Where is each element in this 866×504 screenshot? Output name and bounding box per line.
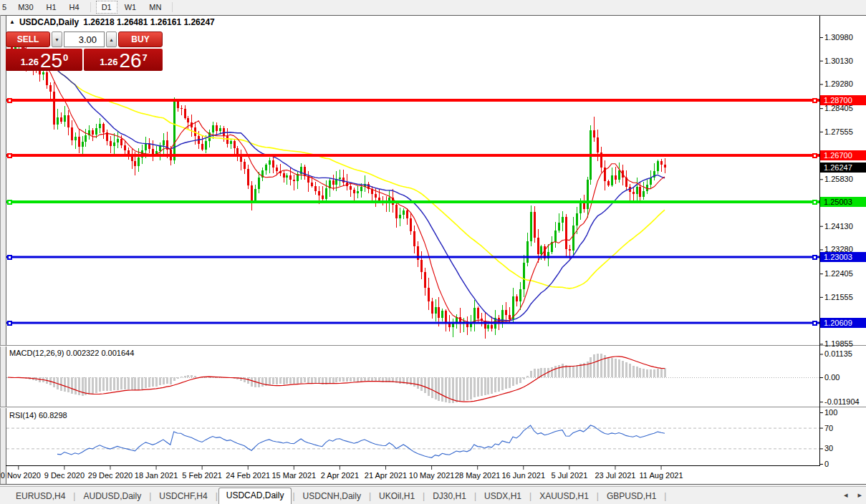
svg-text:5 Feb 2021: 5 Feb 2021 [182,471,222,480]
svg-text:1.26247: 1.26247 [824,163,852,172]
svg-text:11 Aug 2021: 11 Aug 2021 [640,471,683,480]
chart-tab-usdchf-h4[interactable]: USDCHF,H4 [152,488,214,504]
svg-text:1.28700: 1.28700 [824,96,852,105]
chart-tab-ukoil-h1[interactable]: UKOil,H1 [372,488,422,504]
svg-text:1.23003: 1.23003 [824,253,852,261]
collapse-triangle-icon[interactable]: ▲ [9,19,15,25]
sell-button[interactable]: SELL [6,32,50,47]
chart-tab-usdcad-daily[interactable]: USDCAD,Daily [218,488,292,504]
hline-1.26700[interactable] [6,154,819,157]
svg-text:18 Jan 2021: 18 Jan 2021 [135,471,178,480]
tab-scroll-left-icon[interactable]: ◂ [844,490,848,500]
chart-canvas[interactable]: MACD(12,26,9) 0.002322 0.001644RSI(14) 6… [0,0,866,504]
svg-text:100: 100 [824,408,837,417]
svg-text:0.01135: 0.01135 [824,349,852,358]
volume-input[interactable] [64,32,105,47]
tab-separator: | [215,488,218,504]
hline-1.20609[interactable] [6,322,819,324]
tab-separator: | [663,488,667,504]
sell-price-main: 25 [40,52,62,69]
timeframe-button-mn[interactable]: MN [143,1,167,14]
svg-text:5 Jul 2021: 5 Jul 2021 [551,471,587,480]
svg-text:9 Dec 2020: 9 Dec 2020 [44,471,85,480]
timeframe-toolbar: 5M30H1H4D1W1MN [0,0,866,14]
svg-text:1.26700: 1.26700 [824,151,852,160]
svg-text:70: 70 [824,424,833,432]
svg-text:10 May 2021: 10 May 2021 [409,471,455,480]
macd-label: MACD(12,26,9) 0.002322 0.001644 [9,349,134,357]
buy-button[interactable]: BUY [118,32,163,47]
chart-tab-strip: EURUSD,H4|AUDUSD,Daily|USDCHF,H4|USDCAD,… [9,487,667,504]
chart-tab-bar: EURUSD,H4|AUDUSD,Daily|USDCHF,H4|USDCAD,… [0,486,866,504]
svg-text:1.25003: 1.25003 [824,198,852,206]
svg-text:30: 30 [824,444,833,452]
chart-ohlc-values: 1.26218 1.26481 1.26161 1.26247 [83,17,215,27]
svg-text:1.27555: 1.27555 [824,127,853,136]
svg-text:1.30130: 1.30130 [824,57,853,65]
svg-text:1.19855: 1.19855 [824,339,853,348]
buy-price-handle: 1.26 [100,57,117,67]
chart-symbol-title: USDCAD,Daily [19,17,79,27]
timeframe-button-d1[interactable]: D1 [96,1,117,14]
svg-text:21 Apr 2021: 21 Apr 2021 [365,471,407,480]
chart-tab-xauusd-h1[interactable]: XAUUSD,H1 [532,488,596,504]
chart-tab-audusd-daily[interactable]: AUDUSD,Daily [76,488,148,504]
svg-text:1.25830: 1.25830 [824,175,853,183]
svg-text:1.24130: 1.24130 [824,222,853,231]
svg-text:-0.011904: -0.011904 [824,397,860,406]
tab-scroll-right-icon[interactable]: ▸ [857,490,862,500]
sell-price-pip: 0 [63,52,68,63]
svg-text:23 Jul 2021: 23 Jul 2021 [595,471,636,480]
svg-text:1.21555: 1.21555 [824,293,853,301]
timeframe-button-h4[interactable]: H4 [64,1,85,14]
mt4-workspace: 5M30H1H4D1W1MN MACD(12,26,9) 0.002322 0.… [0,0,866,504]
timeframe-button-w1[interactable]: W1 [119,1,143,14]
sell-price-display[interactable]: 1.26 25 0 [6,49,82,71]
svg-text:16 Jun 2021: 16 Jun 2021 [501,471,545,480]
buy-price-pip: 7 [143,52,148,63]
svg-text:0: 0 [824,460,829,468]
timeframe-button-h1[interactable]: H1 [41,1,62,14]
svg-text:0.00: 0.00 [824,373,839,382]
svg-text:1.30980: 1.30980 [824,33,853,42]
buy-price-display[interactable]: 1.26 26 7 [84,49,163,71]
svg-text:1.22405: 1.22405 [824,269,853,278]
volume-increase-button[interactable]: ▴ [106,32,117,47]
volume-decrease-button[interactable]: ▾ [52,32,62,47]
svg-text:24 Feb 2021: 24 Feb 2021 [226,471,270,480]
one-click-trading-panel: SELL ▾ ▴ BUY 1.26 25 0 1.26 26 7 [6,32,163,71]
hline-1.28700[interactable] [6,99,819,102]
buy-price-main: 26 [119,52,141,69]
hline-1.25003[interactable] [6,200,819,203]
svg-text:29 Dec 2020: 29 Dec 2020 [88,471,133,480]
rsi-label: RSI(14) 60.8298 [9,411,67,420]
chart-tab-dj30-h1[interactable]: DJ30,H1 [425,488,473,504]
svg-text:28 May 2021: 28 May 2021 [455,471,501,480]
toolbar-separator [90,2,91,12]
sell-price-handle: 1.26 [21,57,39,67]
timeframe-button-5[interactable]: 5 [1,1,11,14]
chart-tab-usdx-h1[interactable]: USDX,H1 [477,488,529,504]
svg-text:15 Mar 2021: 15 Mar 2021 [271,471,316,480]
svg-text:1.29280: 1.29280 [824,79,853,88]
chart-tab-gbpusd-h1[interactable]: GBPUSD,H1 [600,488,663,504]
toolbar-separator [172,2,173,12]
timeframe-button-m30[interactable]: M30 [12,1,39,14]
chart-window-header: ▲ USDCAD,Daily 1.26218 1.26481 1.26161 1… [9,17,215,27]
chart-tab-usdcnh-daily[interactable]: USDCNH,Daily [296,488,368,504]
chart-tab-eurusd-h4[interactable]: EURUSD,H4 [9,488,72,504]
svg-text:20 Nov 2020: 20 Nov 2020 [0,471,41,480]
svg-text:1.20609: 1.20609 [824,319,852,327]
hline-1.23003[interactable] [6,256,819,258]
svg-text:2 Apr 2021: 2 Apr 2021 [321,471,359,480]
